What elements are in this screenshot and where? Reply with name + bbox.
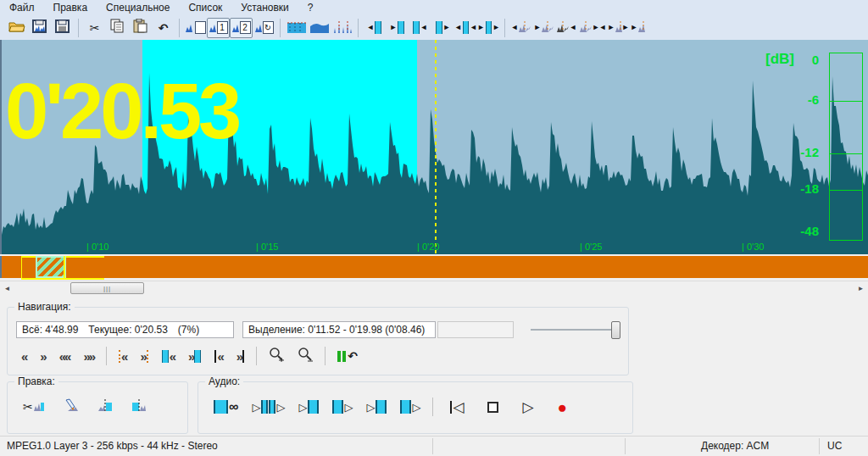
menu-list[interactable]: Список xyxy=(179,1,231,14)
sel-end-right-button[interactable]: ► xyxy=(431,18,454,38)
cursor-next-cue-button[interactable]: ► xyxy=(578,18,601,38)
speed-slider-track[interactable] xyxy=(531,329,620,331)
view-level-button[interactable] xyxy=(285,18,308,38)
play-selection-loop-button[interactable]: ∞ xyxy=(207,396,245,418)
menu-help[interactable]: ? xyxy=(298,1,323,14)
part-auto-button[interactable]: ↻ xyxy=(253,18,275,38)
arrow-right-icon: ► xyxy=(608,24,615,31)
horizontal-scrollbar[interactable]: ◄ ||| ► xyxy=(0,281,868,295)
stop-button[interactable] xyxy=(476,396,510,418)
cut-selection-button[interactable]: ✂ xyxy=(13,396,54,418)
arrow-left-icon: ◄ xyxy=(470,24,477,31)
step-forward-button[interactable]: » xyxy=(33,345,52,367)
sel-end-left-button[interactable]: ◄ xyxy=(409,18,431,38)
playhead-line[interactable] xyxy=(435,40,437,254)
selection-block-icon xyxy=(332,400,343,414)
copy-button[interactable] xyxy=(106,18,129,38)
cursor-next-part-button[interactable]: ►► xyxy=(624,18,647,38)
part-info-icon xyxy=(186,19,194,36)
mode-status-text: UC xyxy=(827,440,842,452)
arrow-left-icon: ◄ xyxy=(454,24,462,31)
decoder-status-text: Декодер: ACM xyxy=(701,440,769,452)
arrow-right-icon: ► xyxy=(631,24,638,31)
paste-button[interactable] xyxy=(129,18,152,38)
file-overview-bar[interactable] xyxy=(0,256,868,278)
play-to-sel-end-button[interactable]: ▷ xyxy=(359,396,393,418)
view-block-icon xyxy=(310,19,329,36)
sel-start-right-button[interactable]: ► xyxy=(386,18,409,38)
pause-bar-icon xyxy=(337,351,341,362)
view-block-button[interactable] xyxy=(308,18,331,38)
db-tick-48: -48 xyxy=(760,224,819,238)
arrow-left-icon: ◄ xyxy=(367,24,375,31)
overview-selection-marker[interactable] xyxy=(36,256,66,278)
zoom-in-button[interactable] xyxy=(262,345,291,367)
part-1-button[interactable]: 1 xyxy=(207,18,230,38)
play-to-sel-start-button[interactable]: ▷ xyxy=(292,396,326,418)
trim-end-button[interactable] xyxy=(122,396,156,418)
save-audio-button[interactable] xyxy=(28,18,51,38)
status-separator xyxy=(819,438,820,454)
waveform-display[interactable]: [dB] 0 -6 -12 -18 -48 | 0'10 | 0'15 | 0'… xyxy=(0,40,868,254)
menu-special[interactable]: Специальное xyxy=(97,1,179,14)
view-peaks-button[interactable] xyxy=(331,18,353,38)
gain-edit-button[interactable] xyxy=(54,396,88,418)
audio-group: Аудио: ∞ ▷▷ ▷ ▷ ▷ ▷ ◁ ▷ ● xyxy=(198,381,633,434)
part-info-button[interactable] xyxy=(184,18,207,38)
cursor-prev-cue-button[interactable]: ◄ xyxy=(555,18,578,38)
speed-slider-thumb[interactable] xyxy=(611,321,620,339)
zoom-out-button[interactable] xyxy=(291,345,320,367)
menu-edit[interactable]: Правка xyxy=(44,1,97,14)
trim-start-button[interactable] xyxy=(88,396,122,418)
play-over-cut-button[interactable]: ▷▷ xyxy=(245,396,292,418)
time-tick-0-30: | 0'30 xyxy=(742,242,764,252)
arrow-right-icon: ► xyxy=(492,24,500,31)
sel-move-left-button[interactable]: ◄◄ xyxy=(454,18,477,38)
cursor-prev-part-button[interactable]: ◄► xyxy=(601,18,624,38)
part-auto-wave-icon xyxy=(255,19,262,36)
chevron-right-icon: » xyxy=(40,350,45,363)
step-back-button[interactable]: « xyxy=(14,345,33,367)
play-from-sel-end-button[interactable]: ▷ xyxy=(393,396,427,418)
big-step-forward-button[interactable]: »» xyxy=(76,345,101,367)
sel-start-left-button[interactable]: ◄ xyxy=(363,18,386,38)
to-selection-end-button[interactable]: » xyxy=(181,345,208,367)
play-button[interactable]: ▷ xyxy=(510,396,545,418)
menu-file[interactable]: Файл xyxy=(0,1,44,14)
loop-icon: ∞ xyxy=(229,400,238,414)
arrow-right-icon: ► xyxy=(390,24,398,31)
current-time-display: 0'20.53 xyxy=(5,72,238,150)
next-cue-button[interactable]: » xyxy=(133,345,154,367)
pause-bar-icon xyxy=(342,351,346,362)
chevron-right-icon: » xyxy=(188,350,193,363)
scissors-icon: ✂ xyxy=(90,22,100,34)
go-to-start-button[interactable]: ◁ xyxy=(438,396,476,418)
cursor-next-frame-button[interactable]: ► xyxy=(532,18,555,38)
part-2-button[interactable]: 2 xyxy=(230,18,253,38)
play-from-sel-start-button[interactable]: ▷ xyxy=(326,396,359,418)
scroll-left-button[interactable]: ◄ xyxy=(0,281,14,295)
to-file-start-button[interactable]: « xyxy=(208,345,229,367)
wave-cut-icon xyxy=(34,399,44,414)
prev-cue-button[interactable]: « xyxy=(112,345,133,367)
scroll-right-button[interactable]: ► xyxy=(854,281,868,295)
to-file-end-button[interactable]: » xyxy=(230,345,251,367)
record-icon: ● xyxy=(558,399,567,415)
undo-button[interactable]: ↶ xyxy=(152,18,175,38)
chevron-right-icon: » xyxy=(236,350,242,363)
pause-undo-button[interactable]: ↶ xyxy=(331,345,364,367)
play-icon: ▷ xyxy=(298,402,307,413)
format-status-text: MPEG1.0 Layer 3 - 256 kbps - 44 kHz - St… xyxy=(7,440,218,452)
big-step-back-button[interactable]: «« xyxy=(53,345,77,367)
trim-start-icon xyxy=(98,398,112,415)
open-button[interactable] xyxy=(5,18,28,38)
scrollbar-thumb[interactable]: ||| xyxy=(70,282,144,294)
save-cuelist-button[interactable] xyxy=(51,18,74,38)
menu-settings[interactable]: Установки xyxy=(231,1,298,14)
status-separator xyxy=(432,438,433,454)
cut-button[interactable]: ✂ xyxy=(83,18,106,38)
to-selection-start-button[interactable]: « xyxy=(155,345,181,367)
cursor-prev-frame-button[interactable]: ◄ xyxy=(509,18,532,38)
sel-move-right-button[interactable]: ►► xyxy=(477,18,500,38)
record-button[interactable]: ● xyxy=(546,396,579,418)
